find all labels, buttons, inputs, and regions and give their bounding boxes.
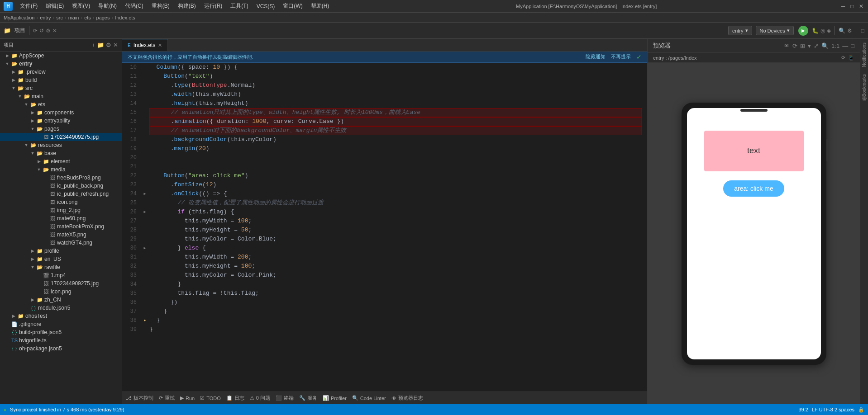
actual-size-icon[interactable]: 1:1 bbox=[831, 42, 839, 49]
new-folder-icon[interactable]: 📁 bbox=[97, 42, 104, 48]
breadcrumb-item-main[interactable]: main bbox=[68, 15, 79, 20]
sidebar-item-iconpng[interactable]: 🖼 icon.png bbox=[0, 288, 122, 296]
sidebar-item-matex5[interactable]: 🖼 mateX5.png bbox=[0, 231, 122, 239]
breadcrumb-item-entry[interactable]: entry bbox=[40, 15, 51, 20]
sidebar-item-modulejson[interactable]: { } module.json5 bbox=[0, 304, 122, 312]
breadcrumb-item-pages[interactable]: pages bbox=[96, 15, 110, 20]
todo-tool[interactable]: ☑ TODO bbox=[200, 395, 221, 401]
fit-icon[interactable]: ⤢ bbox=[814, 42, 819, 49]
minimize-button[interactable]: ─ bbox=[840, 3, 846, 9]
tab-index-ets[interactable]: E Index.ets ✕ bbox=[122, 39, 168, 51]
sidebar-item-ic-refresh[interactable]: 🖼 ic_public_refresh.png bbox=[0, 190, 122, 198]
sidebar-item-appscope[interactable]: ▶ 📁 AppScope bbox=[0, 52, 122, 60]
run-tool[interactable]: ▶ Run bbox=[180, 395, 195, 401]
code-linter-tool[interactable]: 🔍 Code Linter bbox=[352, 395, 386, 401]
tab-close-icon[interactable]: ✕ bbox=[158, 42, 162, 48]
sidebar-item-1mp4[interactable]: 🎬 1.mp4 bbox=[0, 271, 122, 279]
menu-refactor[interactable]: 重构(B) bbox=[148, 1, 173, 11]
device-preview-icon[interactable]: 📱 bbox=[848, 55, 854, 61]
run-button[interactable]: ▶ bbox=[798, 26, 808, 36]
close-button[interactable]: ✕ bbox=[858, 3, 864, 9]
sidebar-item-build[interactable]: ▶ 📁 build bbox=[0, 76, 122, 84]
rerun-icon[interactable]: ↺ bbox=[39, 28, 44, 34]
sidebar-item-entry[interactable]: ▼ 📂 entry bbox=[0, 60, 122, 68]
menu-code[interactable]: 代码(C) bbox=[121, 1, 147, 11]
sidebar-item-mate60[interactable]: 🖼 mate60.png bbox=[0, 214, 122, 222]
coverage-icon[interactable]: ◎ bbox=[820, 28, 825, 34]
version-control-tool[interactable]: ⎇ 板本控制 bbox=[126, 395, 153, 401]
sidebar-item-main[interactable]: ▼ 📂 main bbox=[0, 92, 122, 100]
entry-dropdown[interactable]: entry ▾ bbox=[728, 26, 752, 35]
breadcrumb-item-src[interactable]: src bbox=[56, 15, 63, 20]
grid-icon[interactable]: ⊞ bbox=[800, 42, 805, 49]
sidebar-item-profile[interactable]: ▶ 📁 profile bbox=[0, 247, 122, 255]
sidebar-item-icon[interactable]: 🖼 icon.png bbox=[0, 198, 122, 206]
sidebar-item-components[interactable]: ▶ 📁 components bbox=[0, 108, 122, 117]
breadcrumb-item-ets[interactable]: ets bbox=[84, 15, 91, 20]
services-tool[interactable]: 🔧 服务 bbox=[299, 395, 317, 401]
notifications-tab[interactable]: Notifications bbox=[861, 39, 868, 71]
sync-tool[interactable]: ⟳ 重试 bbox=[159, 395, 175, 401]
refresh-icon[interactable]: ⟳ bbox=[792, 42, 797, 49]
sidebar-item-src[interactable]: ▼ 📂 src bbox=[0, 84, 122, 92]
gear-icon[interactable]: ⚙ bbox=[847, 28, 852, 34]
sidebar-item-watchgt4[interactable]: 🖼 watchGT4.png bbox=[0, 239, 122, 247]
expand-panel-icon[interactable]: □ bbox=[861, 28, 864, 34]
zoom-in-icon[interactable]: 🔍 bbox=[821, 42, 829, 49]
sidebar-item-rawjpg[interactable]: 🖼 1702344909275.jpg bbox=[0, 279, 122, 288]
menu-file[interactable]: 文件(F) bbox=[16, 1, 41, 11]
sidebar-item-element[interactable]: ▶ 📁 element bbox=[0, 157, 122, 165]
dismiss-warning-button[interactable]: 隐藏通知 bbox=[586, 53, 606, 61]
debug-icon[interactable]: 🐛 bbox=[812, 28, 819, 34]
minimize-panel-icon[interactable]: — bbox=[854, 28, 859, 34]
chevron-down-icon-3[interactable]: ▾ bbox=[808, 42, 811, 49]
sidebar-item-preview[interactable]: ▶ 📁 .preview bbox=[0, 68, 122, 76]
sidebar-item-zhcn[interactable]: ▶ 📁 zh_CN bbox=[0, 296, 122, 304]
sidebar-item-rawfile[interactable]: ▼ 📂 rawfile bbox=[0, 263, 122, 271]
device-dropdown[interactable]: No Devices ▾ bbox=[756, 26, 794, 35]
sidebar-item-base[interactable]: ▼ 📂 base bbox=[0, 149, 122, 157]
menu-window[interactable]: 窗口(W) bbox=[279, 1, 306, 11]
sidebar-item-img2[interactable]: 🖼 img_2.jpg bbox=[0, 206, 122, 214]
sidebar-item-hvigor[interactable]: TS hvigorfile.ts bbox=[0, 336, 122, 344]
preview-log-tool[interactable]: 👁 预览器日志 bbox=[391, 395, 423, 401]
sidebar-item-ohostest[interactable]: ▶ 📁 ohosTest bbox=[0, 312, 122, 320]
sidebar-item-en-us[interactable]: ▶ 📁 en_US bbox=[0, 255, 122, 263]
menu-help[interactable]: 帮助(H) bbox=[307, 1, 333, 11]
profile-icon[interactable]: ◈ bbox=[827, 28, 831, 34]
sidebar-item-ohpackage[interactable]: { } oh-package.json5 bbox=[0, 344, 122, 353]
sidebar-item-buildprofile[interactable]: { } build-profile.json5 bbox=[0, 328, 122, 336]
menu-navigate[interactable]: 导航(N) bbox=[95, 1, 120, 11]
breadcrumb-item-file[interactable]: Index.ets bbox=[115, 15, 135, 20]
bookmarks-tab[interactable]: Bookmarks bbox=[861, 71, 868, 100]
close-sidebar-icon[interactable]: ✕ bbox=[52, 28, 57, 34]
sidebar-item-entryability[interactable]: ▶ 📁 entryability bbox=[0, 117, 122, 125]
menu-build[interactable]: 构建(B) bbox=[174, 1, 200, 11]
search-icon[interactable]: 🔍 bbox=[839, 28, 845, 34]
sidebar-item-jpg[interactable]: 🖼 1702344909275.jpg bbox=[0, 133, 122, 141]
maximize-preview-icon[interactable]: □ bbox=[851, 42, 854, 49]
new-file-icon[interactable]: + bbox=[91, 42, 95, 48]
problems-tool[interactable]: ⚠ 0 问题 bbox=[250, 395, 270, 401]
preview-click-button[interactable]: area: click me bbox=[723, 180, 784, 197]
rotate-icon[interactable]: ⟳ bbox=[841, 55, 845, 61]
sidebar-item-matebook[interactable]: 🖼 mateBookProX.png bbox=[0, 222, 122, 231]
learn-tab[interactable]: 学习 bbox=[860, 100, 868, 108]
sidebar-item-media[interactable]: ▼ 📂 media bbox=[0, 165, 122, 174]
log-tool[interactable]: 📋 日志 bbox=[226, 395, 244, 401]
never-show-warning-button[interactable]: 不再提示 bbox=[611, 53, 631, 61]
profiler-tool[interactable]: 📊 Profiler bbox=[323, 395, 347, 401]
sidebar-item-ic-back[interactable]: 🖼 ic_public_back.png bbox=[0, 182, 122, 190]
menu-tools[interactable]: 工具(T) bbox=[227, 1, 252, 11]
sidebar-close-icon[interactable]: ✕ bbox=[113, 42, 118, 48]
sidebar-item-pages[interactable]: ▼ 📂 pages bbox=[0, 125, 122, 133]
terminal-tool[interactable]: ⬛ 终端 bbox=[276, 395, 294, 401]
sidebar-settings-icon[interactable]: ⚙ bbox=[106, 42, 111, 48]
menu-view[interactable]: 视图(V) bbox=[68, 1, 94, 11]
sidebar-item-gitignore[interactable]: 📄 .gitignore bbox=[0, 320, 122, 328]
code-lines[interactable]: Column({ space: 10 }) { Button("text") .… bbox=[149, 63, 647, 391]
menu-vcs[interactable]: VCS(S) bbox=[253, 2, 279, 10]
menu-edit[interactable]: 编辑(E) bbox=[42, 1, 67, 11]
sidebar-item-ets[interactable]: ▼ 📂 ets bbox=[0, 100, 122, 108]
maximize-button[interactable]: □ bbox=[849, 3, 855, 9]
